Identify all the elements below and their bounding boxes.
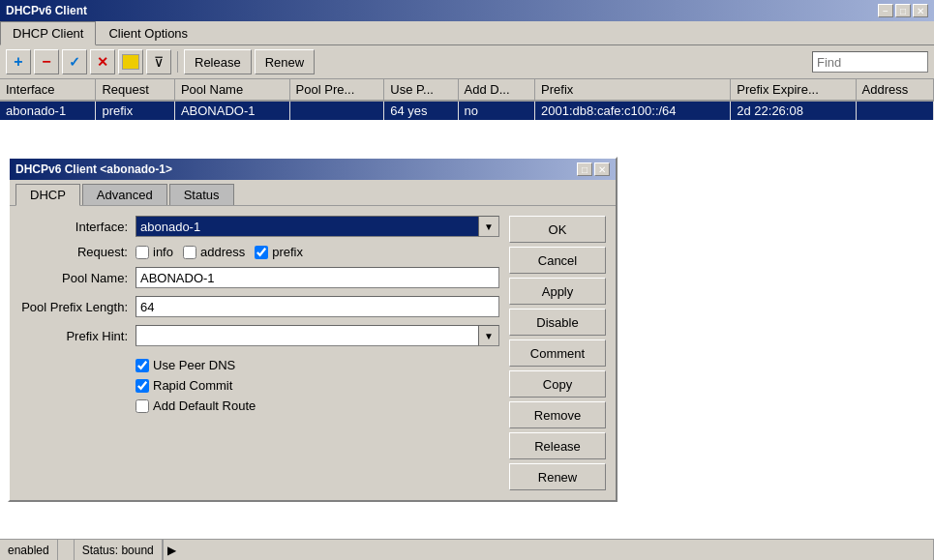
note-button[interactable] [118,49,143,74]
dialog-body: Interface: ▼ Request: info [10,206,616,500]
dialog-title-text: DHCPv6 Client <abonado-1> [15,162,172,176]
status-bound: Status: bound [75,540,163,560]
comment-button[interactable]: Comment [509,339,606,367]
dialog-tab-dhcp[interactable]: DHCP [15,184,80,206]
add-default-route-checkbox[interactable] [136,399,149,413]
col-use-p: Use P... [384,79,458,101]
status-empty [58,540,75,560]
check-icon: ✓ [69,54,80,70]
rapid-commit-label[interactable]: Rapid Commit [136,378,499,393]
dialog: DHCPv6 Client <abonado-1> □ ✕ DHCP Advan… [8,157,618,502]
cancel-button[interactable]: Cancel [509,247,606,274]
table-row[interactable]: abonado-1 prefix ABONADO-1 64 yes no 200… [0,101,934,120]
interface-input-group: ▼ [136,216,499,237]
rapid-commit-checkbox[interactable] [136,379,149,393]
use-peer-dns-checkbox[interactable] [136,359,149,372]
renew-dialog-button[interactable]: Renew [509,463,606,490]
col-prefix: Prefix [535,79,731,101]
toolbar: + − ✓ ✕ ⊽ Release Renew [0,45,934,79]
tab-client-options[interactable]: Client Options [96,21,200,44]
interface-dropdown-button[interactable]: ▼ [478,216,499,237]
tab-dhcp-client[interactable]: DHCP Client [0,21,96,45]
scroll-right[interactable]: ▶ [163,540,934,560]
prefix-hint-input[interactable] [136,325,478,346]
interface-input[interactable] [136,216,478,237]
remove-button[interactable]: − [34,49,59,74]
x-icon: ✕ [97,54,108,70]
ok-button[interactable]: OK [509,216,606,243]
prefix-hint-group: ▼ [136,325,499,346]
statusbar: enabled Status: bound ▶ [0,539,934,560]
main-table: Interface Request Pool Name Pool Pre... … [0,79,934,120]
pool-name-row: Pool Name: [19,267,499,288]
release-toolbar-button[interactable]: Release [184,49,252,74]
rapid-commit-text: Rapid Commit [153,378,232,393]
cell-pool-name: ABONADO-1 [174,101,289,120]
address-label: address [200,245,245,259]
check-button[interactable]: ✓ [62,49,87,74]
request-checkboxes: info address prefix [136,245,303,259]
remove-dialog-button[interactable]: Remove [509,401,606,428]
status-enabled: enabled [0,540,58,560]
dialog-tab-status[interactable]: Status [169,184,234,205]
pool-name-input[interactable] [136,267,499,288]
minimize-button[interactable]: − [878,4,893,17]
find-input[interactable] [812,51,928,73]
interface-label: Interface: [19,220,136,234]
filter-button[interactable]: ⊽ [146,49,171,74]
prefix-hint-row: Prefix Hint: ▼ [19,325,499,346]
x-button[interactable]: ✕ [90,49,115,74]
use-peer-dns-text: Use Peer DNS [153,358,235,372]
cell-address [856,101,934,120]
request-info-label[interactable]: info [136,245,173,259]
cell-add-d: no [458,101,534,120]
release-dialog-button[interactable]: Release [509,432,606,459]
col-interface: Interface [0,79,96,101]
add-default-route-label[interactable]: Add Default Route [136,398,499,413]
filter-icon: ⊽ [154,54,164,70]
col-request: Request [96,79,174,101]
prefix-label: prefix [272,245,303,259]
dialog-buttons: OK Cancel Apply Disable Comment Copy Rem… [509,216,606,490]
cell-request: prefix [96,101,174,120]
window-title: DHCPv6 Client [6,4,87,17]
request-row: Request: info address prefix [19,245,499,259]
apply-button[interactable]: Apply [509,278,606,305]
request-address-checkbox[interactable] [183,246,196,259]
col-add-d: Add D... [458,79,534,101]
use-peer-dns-label[interactable]: Use Peer DNS [136,358,499,372]
dialog-form: Interface: ▼ Request: info [19,216,499,490]
plus-icon: + [14,53,22,71]
pool-prefix-row: Pool Prefix Length: [19,296,499,317]
note-icon [122,54,139,70]
request-address-label[interactable]: address [183,245,245,259]
dialog-minimize-button[interactable]: □ [577,162,592,176]
info-label: info [153,245,173,259]
dialog-tab-advanced[interactable]: Advanced [82,184,167,205]
disable-button[interactable]: Disable [509,309,606,336]
dialog-tabs: DHCP Advanced Status [10,180,616,206]
interface-row: Interface: ▼ [19,216,499,237]
pool-prefix-label: Pool Prefix Length: [19,300,136,314]
add-default-route-text: Add Default Route [153,398,256,413]
prefix-hint-label: Prefix Hint: [19,329,136,343]
request-prefix-label[interactable]: prefix [255,245,303,259]
add-button[interactable]: + [6,49,31,74]
cell-pool-prefix [289,101,384,120]
copy-button[interactable]: Copy [509,370,606,398]
col-pool-name: Pool Name [174,79,289,101]
menu-bar: DHCP Client Client Options [0,21,934,45]
cell-prefix: 2001:db8:cafe:c100::/64 [535,101,731,120]
request-prefix-checkbox[interactable] [255,246,268,259]
dialog-close-button[interactable]: ✕ [594,162,610,176]
pool-prefix-input[interactable] [136,296,499,317]
prefix-hint-dropdown[interactable]: ▼ [478,325,499,346]
pool-name-label: Pool Name: [19,271,136,285]
cell-interface: abonado-1 [0,101,96,120]
separator [177,51,178,73]
maximize-button[interactable]: □ [895,4,911,17]
close-button[interactable]: ✕ [913,4,928,17]
dialog-title-bar: DHCPv6 Client <abonado-1> □ ✕ [10,159,616,180]
renew-toolbar-button[interactable]: Renew [255,49,315,74]
request-info-checkbox[interactable] [136,246,149,259]
